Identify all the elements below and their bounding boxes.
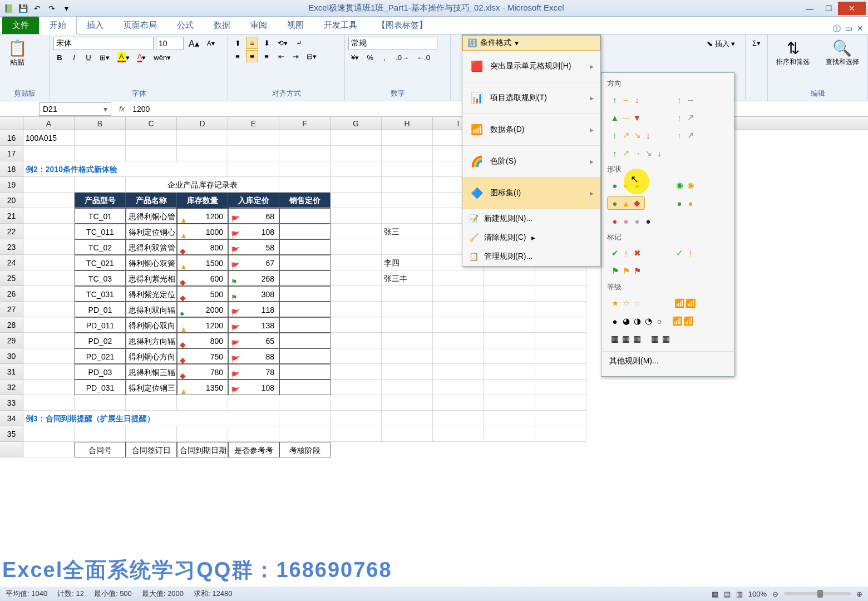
- price-cell[interactable]: 🚩108: [228, 224, 279, 239]
- h-cell[interactable]: [382, 317, 433, 333]
- cell[interactable]: [228, 130, 279, 146]
- cell[interactable]: [279, 146, 331, 161]
- tab-file[interactable]: 文件: [2, 17, 39, 34]
- cell[interactable]: [177, 395, 228, 411]
- cell[interactable]: [535, 270, 586, 286]
- cell[interactable]: [535, 380, 586, 395]
- cell[interactable]: [331, 364, 382, 380]
- cell[interactable]: [382, 161, 433, 177]
- align-top-icon[interactable]: ⬆: [231, 37, 244, 49]
- help-icon[interactable]: ⓘ: [833, 24, 841, 34]
- cell[interactable]: [484, 380, 535, 395]
- cell[interactable]: [75, 426, 126, 442]
- italic-button[interactable]: I: [68, 51, 80, 63]
- cell[interactable]: [535, 286, 586, 302]
- table2-header[interactable]: 是否参考考: [228, 442, 279, 457]
- cell[interactable]: [331, 270, 382, 286]
- cf-new-rule[interactable]: 📝 新建规则(N)...: [462, 209, 600, 228]
- model-cell[interactable]: TC_011: [75, 224, 126, 239]
- cell[interactable]: [433, 348, 484, 364]
- cell[interactable]: [279, 177, 331, 193]
- row-header[interactable]: 27: [0, 302, 23, 317]
- cell[interactable]: [484, 364, 535, 380]
- tab-view[interactable]: 视图: [277, 17, 314, 34]
- iconset-4ratings[interactable]: 📶📶: [672, 297, 698, 310]
- qty-cell[interactable]: ◆800: [177, 333, 228, 348]
- cell[interactable]: [23, 255, 75, 270]
- iconset-5boxes[interactable]: ▦▦▦: [607, 332, 645, 346]
- cell[interactable]: [331, 193, 382, 208]
- row-header[interactable]: 29: [0, 333, 23, 348]
- cell[interactable]: 产品名称: [126, 193, 177, 208]
- row-header[interactable]: 33: [0, 395, 23, 411]
- cell[interactable]: [279, 364, 331, 380]
- h-cell[interactable]: [382, 286, 433, 302]
- cell[interactable]: [23, 364, 75, 380]
- column-header-B[interactable]: B: [75, 117, 126, 130]
- qty-cell[interactable]: ◆600: [177, 270, 228, 286]
- model-cell[interactable]: PD_02: [75, 333, 126, 348]
- cell[interactable]: [177, 426, 228, 442]
- merge-button[interactable]: ⊟▾: [304, 50, 319, 62]
- orientation-icon[interactable]: ⟲▾: [275, 37, 290, 49]
- model-cell[interactable]: PD_011: [75, 317, 126, 333]
- cell[interactable]: [331, 177, 382, 193]
- comma-icon[interactable]: ,: [378, 51, 391, 63]
- cell[interactable]: [433, 317, 484, 333]
- row-header[interactable]: 19: [0, 177, 23, 193]
- align-right-icon[interactable]: ≡: [260, 50, 273, 62]
- model-cell[interactable]: PD_01: [75, 302, 126, 317]
- cell[interactable]: [23, 146, 75, 161]
- cell[interactable]: [126, 426, 177, 442]
- model-cell[interactable]: TC_02: [75, 239, 126, 255]
- cell[interactable]: [75, 130, 126, 146]
- cf-manage-rules[interactable]: 📋 管理规则(R)...: [462, 247, 600, 266]
- table2-header[interactable]: 合同签订日: [126, 442, 177, 457]
- cell[interactable]: [535, 348, 586, 364]
- cell[interactable]: [279, 130, 331, 146]
- cell[interactable]: [484, 426, 535, 442]
- iconset-3arrows-gray[interactable]: ↑→: [672, 93, 698, 106]
- iconset-5ratings[interactable]: 📶📶: [669, 314, 696, 328]
- model-cell[interactable]: PD_021: [75, 348, 126, 364]
- row-header[interactable]: 16: [0, 130, 23, 146]
- row-header[interactable]: 26: [0, 286, 23, 302]
- row-header[interactable]: 25: [0, 270, 23, 286]
- iconset-3stars[interactable]: ★☆☆: [607, 297, 645, 310]
- cell[interactable]: [126, 146, 177, 161]
- cell[interactable]: [484, 317, 535, 333]
- decrease-indent-icon[interactable]: ⇤: [275, 50, 287, 62]
- bold-button[interactable]: B: [53, 51, 66, 63]
- cell[interactable]: [23, 239, 75, 255]
- qty-cell[interactable]: ◆780: [177, 364, 228, 380]
- qty-cell[interactable]: ◆500: [177, 286, 228, 302]
- cell[interactable]: 库存数量: [177, 193, 228, 208]
- tab-review[interactable]: 审阅: [240, 17, 277, 34]
- iconset-4trafficlights[interactable]: ●●: [672, 196, 698, 210]
- name-cell[interactable]: 思得利方向辐: [126, 333, 177, 348]
- cell[interactable]: [279, 270, 331, 286]
- name-cell[interactable]: 得利定位铜三: [126, 380, 177, 395]
- font-color-button[interactable]: A▾: [135, 51, 149, 63]
- align-middle-icon[interactable]: ≡: [246, 37, 258, 49]
- cell[interactable]: [484, 286, 535, 302]
- row-header[interactable]: 24: [0, 255, 23, 270]
- row-header[interactable]: 22: [0, 224, 23, 239]
- zoom-in-button[interactable]: ⊕: [856, 590, 862, 598]
- iconset-4arrows[interactable]: ↑↗↘↓: [607, 129, 656, 142]
- find-select-button[interactable]: 🔍查找和选择: [821, 37, 865, 69]
- h-cell[interactable]: 张三: [382, 224, 433, 239]
- name-cell[interactable]: 思得利双簧管: [126, 239, 177, 255]
- fill-color-button[interactable]: А▾: [115, 51, 132, 63]
- price-cell[interactable]: 🚩68: [228, 208, 279, 224]
- cf-highlight-rules[interactable]: 🟥 突出显示单元格规则(H)▸: [462, 51, 600, 82]
- cell[interactable]: [433, 426, 484, 442]
- undo-icon[interactable]: ↶: [31, 2, 43, 14]
- view-layout-icon[interactable]: ▤: [724, 590, 731, 598]
- h-cell[interactable]: [382, 364, 433, 380]
- decrease-decimal-icon[interactable]: ←.0: [414, 51, 433, 63]
- currency-icon[interactable]: ¥▾: [348, 51, 362, 63]
- tab-layout[interactable]: 页面布局: [114, 17, 167, 34]
- tab-home[interactable]: 开始: [39, 16, 77, 35]
- zoom-level[interactable]: 100%: [748, 590, 767, 598]
